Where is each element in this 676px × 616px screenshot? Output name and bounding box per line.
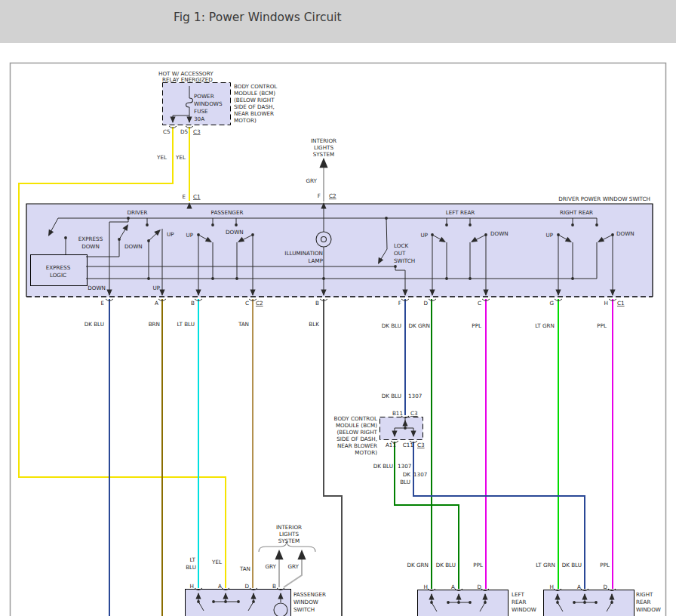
label: 1307 bbox=[398, 463, 411, 470]
junction-dot bbox=[251, 233, 254, 236]
label: MOTOR) bbox=[355, 449, 377, 456]
label: G bbox=[549, 300, 554, 306]
label: YEL bbox=[175, 154, 186, 161]
junction-dot bbox=[431, 233, 434, 236]
label: C1 bbox=[617, 300, 625, 306]
label: D bbox=[423, 300, 428, 306]
label: MOTOR) bbox=[234, 117, 257, 124]
label: A11 bbox=[386, 442, 396, 448]
label: D bbox=[244, 583, 249, 590]
label: LEFT bbox=[512, 591, 525, 598]
label: BLU bbox=[400, 479, 410, 485]
junction-dot bbox=[235, 277, 238, 280]
label: H bbox=[190, 583, 194, 590]
junction-dot bbox=[430, 601, 433, 604]
label: BLK bbox=[309, 321, 319, 328]
junction-dot bbox=[469, 601, 472, 604]
junction-dot bbox=[595, 601, 598, 604]
junction-dot bbox=[197, 233, 200, 236]
label: C1 bbox=[193, 193, 201, 200]
label: A bbox=[577, 584, 581, 590]
label: REAR bbox=[636, 599, 650, 605]
label: TAN bbox=[238, 321, 249, 328]
label: DOWN bbox=[226, 229, 244, 236]
label: LT BLU bbox=[177, 321, 195, 328]
label: 1307 bbox=[413, 471, 427, 478]
label: DOWN bbox=[124, 243, 143, 250]
label: DK BLU bbox=[382, 322, 401, 329]
label: BLU bbox=[186, 564, 196, 571]
label: H bbox=[550, 584, 554, 590]
label: LIGHTS bbox=[279, 531, 299, 537]
label: NEAR BLOWER bbox=[337, 442, 377, 449]
label: PPL bbox=[473, 562, 483, 568]
label: LEFT REAR bbox=[446, 209, 475, 216]
label: UP bbox=[186, 232, 193, 239]
label: DOWN bbox=[88, 285, 106, 291]
junction-dot bbox=[147, 239, 150, 242]
label: D5 bbox=[180, 128, 188, 135]
label: DK BLU bbox=[562, 562, 582, 568]
label: PPL bbox=[600, 562, 610, 568]
label: RIGHT REAR bbox=[560, 209, 593, 216]
label: WINDOWS bbox=[194, 100, 223, 107]
label: MODULE (BCM) bbox=[234, 90, 275, 97]
junction-dot bbox=[583, 601, 586, 604]
label: ILLUMINATION bbox=[284, 250, 323, 257]
label: FUSE bbox=[194, 108, 208, 115]
junction-dot bbox=[556, 601, 559, 604]
label: DOWN bbox=[616, 230, 635, 237]
junction-dot bbox=[445, 277, 448, 280]
label: D bbox=[477, 584, 481, 590]
junction-dot bbox=[445, 223, 448, 226]
junction-dot bbox=[127, 217, 130, 220]
junction-dot bbox=[610, 601, 613, 604]
label: C bbox=[478, 300, 481, 306]
label: YEL bbox=[156, 154, 167, 161]
label: REAR bbox=[512, 599, 526, 605]
label: WINDOW bbox=[636, 606, 661, 613]
label: PASSENGER bbox=[211, 209, 244, 216]
label: LT GRN bbox=[536, 562, 555, 568]
label: C3 bbox=[193, 128, 201, 135]
junction-dot bbox=[385, 217, 388, 220]
label: LIGHTS bbox=[314, 144, 333, 151]
label: UP bbox=[545, 232, 553, 239]
junction-dot bbox=[211, 223, 214, 226]
label: DOWN bbox=[490, 230, 509, 237]
diagram-border bbox=[11, 63, 666, 616]
label: DK bbox=[403, 471, 411, 478]
label: C11 bbox=[403, 442, 413, 448]
junction-dot bbox=[469, 223, 472, 226]
label: F bbox=[398, 300, 401, 306]
junction-dot bbox=[573, 601, 576, 604]
label: DK BLU bbox=[382, 393, 401, 399]
label: DOWN bbox=[81, 243, 100, 250]
label: LT bbox=[190, 556, 196, 563]
label: BODY CONTROL bbox=[334, 415, 377, 422]
label: SYSTEM bbox=[278, 537, 300, 544]
label: POWER bbox=[194, 93, 214, 100]
label: B11 bbox=[392, 410, 403, 417]
label: SIDE OF DASH, bbox=[336, 436, 377, 442]
junction-dot bbox=[457, 601, 460, 604]
junction-dot bbox=[237, 600, 240, 603]
label: A bbox=[451, 584, 455, 590]
label: SYSTEM bbox=[313, 151, 335, 158]
figure-title: Fig 1: Power Windows Circuit bbox=[174, 11, 342, 24]
label: PPL bbox=[597, 322, 607, 329]
label: LOGIC bbox=[50, 272, 66, 279]
junction-dot bbox=[404, 427, 407, 430]
label: EXPRESS bbox=[46, 264, 71, 271]
label: H bbox=[604, 300, 608, 306]
label: DRIVER POWER WINDOW SWITCH bbox=[558, 196, 650, 202]
label: A bbox=[155, 300, 158, 306]
label: TAN bbox=[239, 565, 250, 572]
label: INTERIOR bbox=[276, 524, 302, 531]
label: RIGHT bbox=[636, 591, 653, 598]
junction-dot bbox=[224, 600, 227, 603]
label: WINDOW bbox=[293, 599, 318, 605]
label: BODY CONTROL bbox=[234, 83, 277, 90]
power-windows-circuit-page: HOT W/ ACCESSORYRELAY ENERGIZEDPOWERWIND… bbox=[0, 0, 676, 616]
label: WINDOW bbox=[512, 606, 536, 613]
